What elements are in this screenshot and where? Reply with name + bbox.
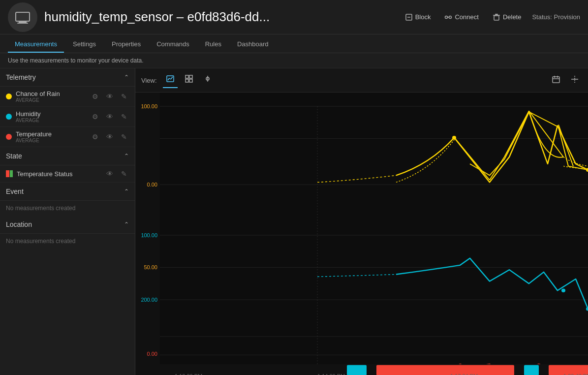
svg-rect-51 — [347, 365, 367, 375]
svg-text:50.00: 50.00 — [144, 265, 157, 271]
sidebar: Telemetry ⌃ Chance of Rain AVERAGE ⚙ 👁 ✎… — [0, 68, 135, 375]
chance-of-rain-settings-btn[interactable]: ⚙ — [90, 92, 100, 101]
nav-tabs: Measurements Settings Properties Command… — [0, 34, 588, 53]
top-header: humidity_temp_sensor – e0fd83d6-dd... Bl… — [0, 0, 588, 34]
svg-text:1:10:36 PM: 1:10:36 PM — [175, 373, 202, 375]
info-bar: Use the measurements to monitor your dev… — [0, 53, 588, 68]
temperature-settings-btn[interactable]: ⚙ — [90, 132, 100, 142]
svg-point-6 — [445, 16, 448, 18]
tab-settings[interactable]: Settings — [66, 36, 103, 53]
event-title: Event — [6, 188, 24, 195]
humidity-settings-btn[interactable]: ⚙ — [90, 112, 100, 122]
tab-properties[interactable]: Properties — [105, 36, 148, 53]
temperature-status-visibility-btn[interactable]: 👁 — [104, 169, 115, 179]
telemetry-chevron: ⌃ — [124, 74, 129, 81]
svg-text:0.00: 0.00 — [147, 182, 157, 188]
chart-svg: 100.00 0.00 100.00 50.00 200.00 0.00 — [135, 93, 588, 375]
chance-of-rain-label: Chance of Rain AVERAGE — [16, 90, 86, 103]
main-layout: Telemetry ⌃ Chance of Rain AVERAGE ⚙ 👁 ✎… — [0, 68, 588, 375]
chart-svg-wrapper: 100.00 0.00 100.00 50.00 200.00 0.00 — [135, 93, 588, 375]
chart-calendar-btn[interactable] — [549, 73, 563, 88]
chance-of-rain-visibility-btn[interactable]: 👁 — [104, 92, 115, 101]
temperature-dot — [6, 134, 12, 140]
location-section-header[interactable]: Location ⌃ — [0, 216, 135, 234]
svg-rect-16 — [186, 75, 188, 78]
svg-text:100.00: 100.00 — [141, 232, 157, 238]
state-section-header[interactable]: State ⌃ — [0, 147, 135, 165]
location-no-measurements: No measurements created — [0, 234, 135, 249]
view-label: View: — [141, 77, 157, 84]
chance-of-rain-sub: AVERAGE — [16, 97, 86, 103]
event-chevron: ⌃ — [124, 188, 129, 195]
chance-of-rain-edit-btn[interactable]: ✎ — [119, 92, 129, 101]
telemetry-section-header[interactable]: Telemetry ⌃ — [0, 68, 135, 87]
svg-line-13 — [168, 78, 169, 80]
svg-text:1:17:24 PM: 1:17:24 PM — [450, 373, 478, 375]
temperature-edit-btn[interactable]: ✎ — [119, 132, 129, 142]
tab-dashboard[interactable]: Dashboard — [230, 36, 276, 53]
svg-text:200.00: 200.00 — [141, 297, 157, 303]
temperature-label: Temperature AVERAGE — [16, 130, 86, 143]
telemetry-item-humidity: Humidity AVERAGE ⚙ 👁 ✎ — [0, 107, 135, 127]
temperature-status-label: Temperature Status — [17, 170, 100, 178]
svg-text:100.00: 100.00 — [141, 103, 157, 109]
device-title: humidity_temp_sensor – e0fd83d6-dd... — [44, 9, 402, 25]
state-bar-red — [6, 170, 9, 177]
delete-button[interactable]: Delete — [490, 11, 525, 23]
state-item-temperature-status: Temperature Status 👁 ✎ — [0, 165, 135, 183]
humidity-sub: AVERAGE — [16, 118, 86, 123]
event-no-measurements: No measurements created — [0, 201, 135, 216]
tab-commands[interactable]: Commands — [150, 36, 196, 53]
location-chevron: ⌃ — [124, 221, 129, 228]
svg-text:0.00: 0.00 — [147, 351, 157, 357]
chance-of-rain-dot — [6, 94, 12, 99]
view-event-btn[interactable] — [200, 72, 215, 88]
svg-rect-19 — [189, 79, 192, 82]
status-text: Status: Provision — [532, 13, 580, 21]
tab-rules[interactable]: Rules — [198, 36, 228, 53]
connect-label: Connect — [455, 13, 478, 21]
temperature-status-edit-btn[interactable]: ✎ — [119, 169, 129, 179]
humidity-dot — [6, 114, 12, 120]
view-grid-btn[interactable] — [182, 72, 196, 88]
telemetry-title: Telemetry — [6, 73, 36, 81]
humidity-label: Humidity AVERAGE — [16, 110, 86, 123]
chart-toolbar-right — [549, 73, 582, 88]
svg-rect-3 — [17, 14, 28, 20]
chance-of-rain-name: Chance of Rain — [16, 90, 86, 97]
connect-button[interactable]: Connect — [441, 11, 481, 23]
svg-rect-1 — [19, 21, 27, 23]
temperature-visibility-btn[interactable]: 👁 — [104, 132, 115, 142]
svg-rect-28 — [135, 93, 588, 375]
info-text: Use the measurements to monitor your dev… — [8, 57, 143, 64]
chart-toolbar: View: — [135, 68, 588, 93]
svg-text:1:14:00 PM: 1:14:00 PM — [317, 373, 345, 375]
tab-measurements[interactable]: Measurements — [8, 36, 64, 53]
svg-point-46 — [561, 289, 565, 292]
svg-rect-53 — [524, 365, 539, 375]
svg-rect-18 — [186, 79, 188, 82]
event-section-header[interactable]: Event ⌃ — [0, 183, 135, 201]
block-button[interactable]: Block — [402, 11, 434, 23]
delete-label: Delete — [503, 13, 522, 21]
humidity-visibility-btn[interactable]: 👁 — [104, 112, 115, 122]
humidity-name: Humidity — [16, 110, 86, 118]
chart-zoom-btn[interactable] — [567, 73, 582, 88]
location-title: Location — [6, 220, 32, 228]
view-line-btn[interactable] — [163, 72, 178, 88]
svg-rect-50 — [160, 364, 588, 375]
state-bar-green — [10, 170, 13, 177]
svg-rect-9 — [494, 16, 499, 20]
humidity-edit-btn[interactable]: ✎ — [119, 112, 129, 122]
chart-area: View: — [135, 68, 588, 375]
svg-rect-2 — [17, 23, 28, 24]
state-chevron: ⌃ — [124, 153, 129, 159]
svg-text:1:20:48 PM: 1:20:48 PM — [563, 373, 588, 375]
temperature-sub: AVERAGE — [16, 138, 86, 143]
svg-rect-22 — [553, 77, 559, 83]
block-label: Block — [415, 13, 431, 21]
temperature-status-name: Temperature Status — [17, 170, 100, 178]
svg-rect-52 — [376, 365, 514, 375]
header-actions: Block Connect Delete Status: Provision — [402, 11, 580, 23]
device-icon — [8, 2, 37, 32]
